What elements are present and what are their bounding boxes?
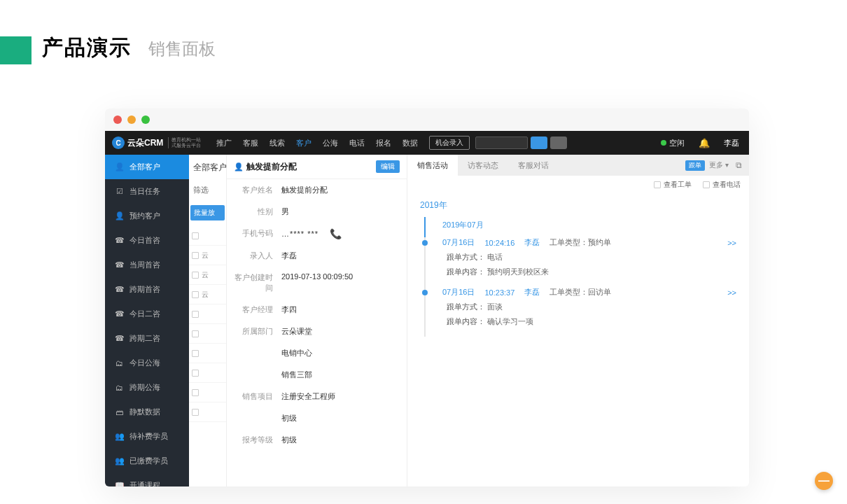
nav-tabs: 推广客服线索客户公海电话报名数据 <box>211 138 424 148</box>
sidebar-item-label: 开通课程 <box>130 480 160 486</box>
list-row[interactable]: 云 <box>189 265 226 285</box>
field-label-manager: 客户经理 <box>234 304 273 315</box>
checkbox[interactable] <box>192 272 199 279</box>
field-value-project1: 注册安全工程师 <box>281 391 400 402</box>
list-row[interactable] <box>189 324 226 344</box>
sidebar-item-6[interactable]: ☎今日二咨 <box>105 302 189 326</box>
checkbox[interactable] <box>192 350 199 357</box>
field-value-name: 触发提前分配 <box>281 185 400 195</box>
sidebar-item-label: 今日二咨 <box>130 309 160 319</box>
call-answer-button[interactable] <box>531 136 547 149</box>
sidebar-item-0[interactable]: 👤全部客户 <box>105 155 189 179</box>
entry-user: 李磊 <box>524 237 540 248</box>
activity-filters: 查看工单 查看电话 <box>407 176 749 194</box>
activity-tab-0[interactable]: 销售活动 <box>407 155 458 176</box>
list-row[interactable] <box>189 226 226 246</box>
sidebar-item-3[interactable]: ☎今日首咨 <box>105 228 189 253</box>
view-call-checkbox[interactable]: 查看电话 <box>703 180 741 190</box>
field-label-recorder: 录入人 <box>234 251 273 261</box>
checkbox[interactable] <box>192 291 199 298</box>
timeline-month: 2019年07月 <box>424 217 736 237</box>
list-row[interactable] <box>189 363 226 383</box>
sidebar-item-10[interactable]: 🗃静默数据 <box>105 400 189 424</box>
entry-more[interactable]: >> <box>727 288 736 297</box>
sidebar-item-2[interactable]: 👤预约客户 <box>105 204 189 228</box>
field-label-dept: 所属部门 <box>234 326 273 337</box>
window-titlebar <box>105 108 749 131</box>
sidebar-item-4[interactable]: ☎当周首咨 <box>105 253 189 277</box>
checkbox[interactable] <box>192 252 199 259</box>
sidebar-item-13[interactable]: 📖开通课程 <box>105 473 189 486</box>
call-hangup-button[interactable] <box>550 136 567 149</box>
sidebar-item-12[interactable]: 👥已缴费学员 <box>105 449 189 473</box>
edit-button[interactable]: 编辑 <box>376 160 400 173</box>
nav-item-6[interactable]: 报名 <box>370 138 397 148</box>
batch-action-button[interactable]: 批量放 <box>190 205 225 220</box>
sidebar-item-8[interactable]: 🗂今日公海 <box>105 351 189 375</box>
list-row[interactable] <box>189 383 226 402</box>
sidebar-icon: ☎ <box>115 236 124 245</box>
view-ticket-checkbox[interactable]: 查看工单 <box>654 180 692 190</box>
follow-badge[interactable]: 跟单 <box>685 160 705 171</box>
minimize-icon[interactable] <box>127 115 136 124</box>
entry-more[interactable]: >> <box>727 239 736 247</box>
more-dropdown[interactable]: 更多 ▾ <box>709 160 729 170</box>
status-indicator: 空闲 <box>661 138 685 148</box>
sidebar-item-5[interactable]: ☎跨期首咨 <box>105 277 189 302</box>
activity-tab-2[interactable]: 客服对话 <box>508 155 559 176</box>
sidebar-icon: 🗂 <box>115 383 124 392</box>
person-icon: 👤 <box>234 162 244 172</box>
sidebar-item-label: 今日公海 <box>130 358 160 368</box>
list-row[interactable] <box>189 304 226 324</box>
nav-item-1[interactable]: 客服 <box>237 138 264 148</box>
sidebar-icon: 📖 <box>115 481 124 486</box>
call-icon[interactable]: 📞 <box>330 228 342 239</box>
field-value-dept2: 电销中心 <box>281 348 400 358</box>
sidebar-item-label: 已缴费学员 <box>130 456 168 466</box>
opportunity-button[interactable]: 机会录入 <box>429 136 470 150</box>
fab-button[interactable]: — <box>815 472 833 490</box>
entry-time: 10:24:16 <box>484 239 514 247</box>
checkbox[interactable] <box>192 370 199 377</box>
list-row[interactable]: 云 <box>189 246 226 265</box>
sidebar-item-9[interactable]: 🗂跨期公海 <box>105 375 189 400</box>
maximize-icon[interactable] <box>141 115 150 124</box>
nav-item-7[interactable]: 数据 <box>397 138 424 148</box>
field-label-level: 报考等级 <box>234 435 273 445</box>
customer-detail-panel: 👤 触发提前分配 编辑 客户姓名触发提前分配 性别男 手机号码…**** ***… <box>227 155 407 486</box>
field-label-name: 客户姓名 <box>234 185 273 195</box>
sidebar-icon: ☑ <box>115 187 124 196</box>
sidebar-item-label: 跨期首咨 <box>130 284 160 295</box>
search-input[interactable] <box>475 136 528 149</box>
field-value-project2: 初级 <box>281 413 400 424</box>
field-value-dept1: 云朵课堂 <box>281 326 400 337</box>
nav-item-3[interactable]: 客户 <box>290 138 317 148</box>
sidebar-item-1[interactable]: ☑当日任务 <box>105 179 189 204</box>
checkbox[interactable] <box>192 389 199 396</box>
user-name[interactable]: 李磊 <box>724 138 739 148</box>
nav-item-4[interactable]: 公海 <box>317 138 344 148</box>
checkbox[interactable] <box>192 311 199 318</box>
activity-panel: 销售活动访客动态客服对话 跟单 更多 ▾ ⧉ 查看工单 查看电话 2019年 2 <box>407 155 749 486</box>
list-row[interactable] <box>189 344 226 363</box>
list-row[interactable] <box>189 402 226 422</box>
entry-user: 李磊 <box>524 287 540 298</box>
nav-item-5[interactable]: 电话 <box>344 138 370 148</box>
activity-tab-1[interactable]: 访客动态 <box>458 155 508 176</box>
checkbox[interactable] <box>192 330 199 337</box>
sidebar-icon: 👤 <box>115 211 124 220</box>
popout-icon[interactable]: ⧉ <box>736 160 742 170</box>
sidebar-item-7[interactable]: ☎跨期二咨 <box>105 326 189 351</box>
close-icon[interactable] <box>113 115 122 124</box>
list-row[interactable]: 云 <box>189 285 226 304</box>
nav-item-2[interactable]: 线索 <box>264 138 290 148</box>
checkbox[interactable] <box>192 232 199 239</box>
timeline: 2019年 2019年07月 07月16日10:24:16李磊工单类型：预约单>… <box>407 194 749 340</box>
sidebar-icon: 🗂 <box>115 358 124 368</box>
nav-item-0[interactable]: 推广 <box>211 138 237 148</box>
filter-label[interactable]: 筛选 <box>189 181 226 200</box>
bell-icon[interactable]: 🔔 <box>699 138 710 148</box>
checkbox[interactable] <box>192 409 199 416</box>
field-value-gender: 男 <box>281 206 400 217</box>
sidebar-item-11[interactable]: 👥待补费学员 <box>105 424 189 449</box>
